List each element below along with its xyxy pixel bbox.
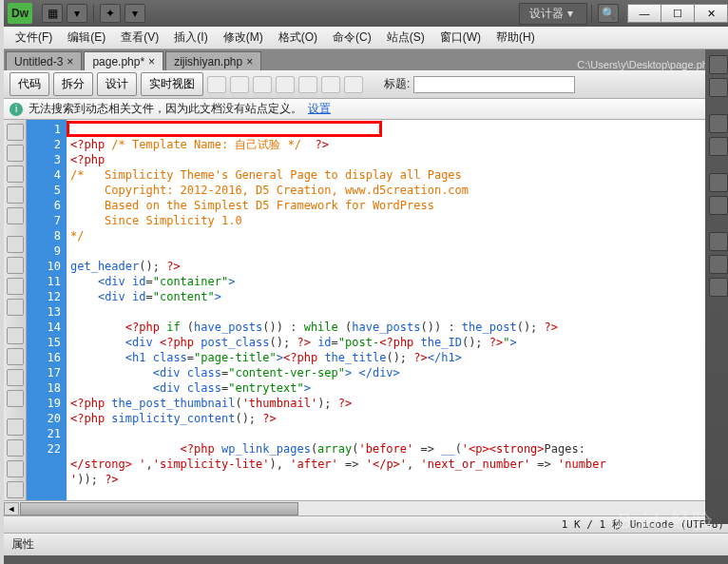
- tool-icon[interactable]: [7, 299, 24, 316]
- tool-icon[interactable]: [276, 76, 295, 93]
- warning-text: 无法搜索到动态相关文件，因为此文档没有站点定义。: [29, 101, 302, 117]
- properties-panel[interactable]: 属性: [4, 533, 728, 555]
- code-editor[interactable]: <?php /* Template Name: 自己试验 */ ?> <?php…: [67, 120, 728, 500]
- close-icon[interactable]: ×: [148, 55, 155, 68]
- tool-icon[interactable]: [7, 124, 24, 141]
- title-input[interactable]: [413, 76, 575, 93]
- panel-icon[interactable]: [709, 55, 728, 74]
- workspace-dropdown[interactable]: 设计器▾: [519, 3, 587, 25]
- live-view-button[interactable]: 实时视图: [141, 72, 203, 96]
- tool-icon[interactable]: [7, 481, 24, 498]
- tool-icon[interactable]: [7, 418, 24, 436]
- menu-help[interactable]: 帮助(H): [489, 27, 543, 49]
- line-gutter: 12345678910111213141516171819202122: [27, 120, 67, 500]
- scrollbar-thumb[interactable]: [20, 502, 298, 515]
- left-toolbar: [4, 120, 27, 500]
- file-path: C:\Users\y\Desktop\page.php: [577, 59, 714, 70]
- menu-modify[interactable]: 修改(M): [216, 27, 271, 49]
- menu-view[interactable]: 查看(V): [113, 27, 166, 49]
- split-view-button[interactable]: 拆分: [53, 72, 93, 96]
- tool-icon[interactable]: [7, 348, 24, 365]
- right-panel: [705, 49, 728, 524]
- panel-icon[interactable]: [709, 232, 728, 251]
- status-size: 1 K / 1 秒: [562, 517, 623, 532]
- tool-icon[interactable]: [321, 76, 340, 93]
- tool-icon[interactable]: [7, 390, 24, 407]
- tool-icon[interactable]: [7, 236, 24, 253]
- horizontal-scrollbar[interactable]: ◄ ►: [4, 500, 728, 515]
- panel-icon[interactable]: [709, 173, 728, 192]
- dropdown-icon[interactable]: ▾: [67, 4, 87, 23]
- close-button[interactable]: ✕: [694, 4, 728, 23]
- dropdown2-icon[interactable]: ▾: [125, 4, 145, 23]
- warning-bar: i 无法搜索到动态相关文件，因为此文档没有站点定义。 设置: [4, 99, 728, 120]
- layout-icon[interactable]: ▦: [42, 4, 63, 23]
- menu-command[interactable]: 命令(C): [325, 27, 379, 49]
- design-view-button[interactable]: 设计: [97, 72, 137, 96]
- tool-icon[interactable]: [7, 327, 24, 344]
- extend-icon[interactable]: ✦: [100, 4, 121, 23]
- tool-icon[interactable]: [298, 76, 317, 93]
- panel-icon[interactable]: [709, 114, 728, 133]
- status-bar: 1 K / 1 秒 Unicode (UTF-8): [4, 515, 728, 533]
- code-view-button[interactable]: 代码: [10, 72, 49, 96]
- tab-page-php[interactable]: page.php*×: [84, 51, 163, 70]
- title-bar: Dw ▦ ▾ ✦ ▾ 设计器▾ 🔍 — ☐ ✕: [4, 0, 728, 27]
- tab-untitled[interactable]: Untitled-3×: [6, 51, 82, 70]
- tool-icon[interactable]: [7, 369, 24, 386]
- panel-icon[interactable]: [709, 278, 728, 297]
- tool-icon[interactable]: [230, 76, 249, 93]
- tool-icon[interactable]: [7, 460, 24, 477]
- tool-icon[interactable]: [7, 278, 24, 295]
- scroll-left-button[interactable]: ◄: [4, 502, 19, 515]
- tool-icon[interactable]: [7, 165, 24, 183]
- menu-window[interactable]: 窗口(W): [432, 27, 489, 49]
- panel-icon[interactable]: [709, 137, 728, 156]
- close-icon[interactable]: ×: [67, 55, 73, 68]
- menu-bar: 文件(F) 编辑(E) 查看(V) 插入(I) 修改(M) 格式(O) 命令(C…: [4, 27, 728, 49]
- app-logo: Dw: [8, 3, 32, 24]
- maximize-button[interactable]: ☐: [661, 4, 695, 23]
- tool-icon[interactable]: [207, 76, 226, 93]
- menu-insert[interactable]: 插入(I): [166, 27, 215, 49]
- settings-link[interactable]: 设置: [308, 101, 331, 117]
- search-icon[interactable]: 🔍: [598, 4, 619, 23]
- close-icon[interactable]: ×: [246, 55, 253, 68]
- editor-area: 12345678910111213141516171819202122 <?ph…: [4, 120, 728, 500]
- tool-icon[interactable]: [7, 186, 24, 204]
- title-label: 标题:: [384, 76, 410, 92]
- tool-icon[interactable]: [7, 207, 24, 224]
- panel-icon[interactable]: [709, 78, 728, 97]
- tab-zijishiyan[interactable]: zijishiyan.php×: [165, 51, 261, 70]
- panel-icon[interactable]: [709, 196, 728, 215]
- tool-icon[interactable]: [344, 76, 363, 93]
- menu-format[interactable]: 格式(O): [271, 27, 325, 49]
- menu-file[interactable]: 文件(F): [8, 27, 60, 49]
- menu-edit[interactable]: 编辑(E): [60, 27, 113, 49]
- tool-icon[interactable]: [253, 76, 272, 93]
- info-icon: i: [10, 103, 23, 116]
- tool-icon[interactable]: [7, 439, 24, 457]
- minimize-button[interactable]: —: [627, 4, 661, 23]
- tab-bar: Untitled-3× page.php*× zijishiyan.php× C…: [4, 49, 728, 70]
- view-toolbar: 代码 拆分 设计 实时视图 标题:: [4, 70, 728, 99]
- panel-icon[interactable]: [709, 255, 728, 274]
- menu-site[interactable]: 站点(S): [379, 27, 432, 49]
- tool-icon[interactable]: [7, 257, 24, 274]
- tool-icon[interactable]: [7, 145, 24, 162]
- highlight-box: [67, 121, 382, 137]
